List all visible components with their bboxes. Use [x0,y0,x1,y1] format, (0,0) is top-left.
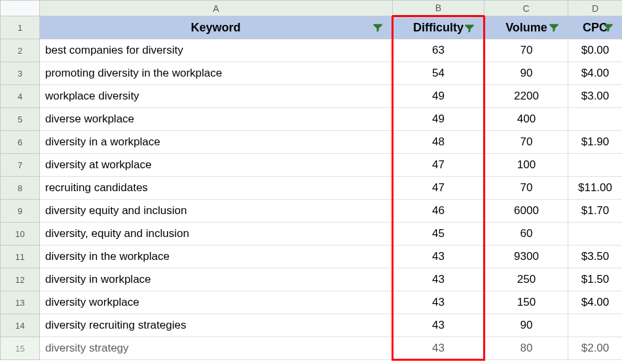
table-row: 4 workplace diversity 49 2200 $3.00 [1,85,623,108]
cell-cpc[interactable]: $4.00 [568,291,623,314]
cell-difficulty[interactable]: 43 [393,246,485,268]
header-cpc[interactable]: CPC [568,16,623,39]
cell-difficulty[interactable]: 49 [393,108,485,131]
filter-icon[interactable] [372,22,384,33]
cell-cpc[interactable]: $4.00 [568,62,623,85]
cell-volume[interactable]: 400 [485,108,568,131]
cell-difficulty[interactable]: 46 [393,200,485,223]
cell-difficulty[interactable]: 43 [393,291,485,314]
cell-difficulty[interactable]: 45 [393,223,485,246]
cell-difficulty[interactable]: 47 [393,177,485,200]
cell-difficulty[interactable]: 48 [393,131,485,154]
cell-difficulty[interactable]: 49 [393,85,485,108]
cell-difficulty[interactable]: 63 [393,39,485,62]
row-header[interactable]: 6 [1,131,40,154]
cell-keyword[interactable]: diversity in workplace [40,268,393,291]
header-keyword[interactable]: Keyword [40,16,393,39]
row-header[interactable]: 13 [1,291,40,314]
table-row: 14 diversity recruiting strategies 43 90 [1,314,623,337]
cell-volume[interactable]: 70 [485,39,568,62]
cell-cpc[interactable]: $1.70 [568,200,623,223]
cell-volume[interactable]: 2200 [485,85,568,108]
row-header[interactable]: 10 [1,223,40,246]
cell-keyword[interactable]: recruiting candidates [40,177,393,200]
cell-keyword[interactable]: diversity, equity and inclusion [40,223,393,246]
row-header-1[interactable]: 1 [1,16,40,39]
cell-cpc[interactable] [568,223,623,246]
row-header[interactable]: 9 [1,200,40,223]
cell-difficulty[interactable]: 54 [393,62,485,85]
corner-cell[interactable] [1,1,40,16]
cell-cpc[interactable]: $3.50 [568,246,623,268]
cell-keyword[interactable]: diversity at workplace [40,154,393,177]
table-row: 13 diversity workplace 43 150 $4.00 [1,291,623,314]
cell-keyword[interactable]: diversity in a workplace [40,131,393,154]
row-header[interactable]: 15 [1,337,40,360]
cell-keyword[interactable]: diversity strategy [40,337,393,360]
row-header[interactable]: 14 [1,314,40,337]
cell-volume[interactable]: 6000 [485,200,568,223]
header-keyword-label: Keyword [191,21,240,35]
table-row: 3 promoting diversity in the workplace 5… [1,62,623,85]
cell-volume[interactable]: 90 [485,62,568,85]
cell-volume[interactable]: 150 [485,291,568,314]
cell-volume[interactable]: 70 [485,131,568,154]
cell-keyword[interactable]: best companies for diversity [40,39,393,62]
cell-cpc[interactable]: $2.00 [568,337,623,360]
cell-cpc[interactable] [568,154,623,177]
cell-keyword[interactable]: diversity equity and inclusion [40,200,393,223]
table-row: 8 recruiting candidates 47 70 $11.00 [1,177,623,200]
cell-cpc[interactable]: $1.90 [568,131,623,154]
cell-volume[interactable]: 250 [485,268,568,291]
cell-cpc[interactable] [568,314,623,337]
row-header[interactable]: 5 [1,108,40,131]
cell-keyword[interactable]: diverse workplace [40,108,393,131]
header-volume[interactable]: Volume [485,16,568,39]
row-header[interactable]: 2 [1,39,40,62]
header-difficulty-label: Difficulty [413,21,464,35]
cell-cpc[interactable]: $11.00 [568,177,623,200]
header-volume-label: Volume [505,21,547,35]
row-header[interactable]: 12 [1,268,40,291]
table-row: 10 diversity, equity and inclusion 45 60 [1,223,623,246]
col-header-b[interactable]: B [393,1,485,16]
cell-difficulty[interactable]: 43 [393,268,485,291]
cell-difficulty[interactable]: 47 [393,154,485,177]
filter-icon[interactable] [464,22,475,34]
table-row: 6 diversity in a workplace 48 70 $1.90 [1,131,623,154]
table-row: 5 diverse workplace 49 400 [1,108,623,131]
row-header[interactable]: 3 [1,62,40,85]
cell-difficulty[interactable]: 43 [393,314,485,337]
cell-volume[interactable]: 90 [485,314,568,337]
cell-difficulty[interactable]: 43 [393,337,485,360]
cell-cpc[interactable]: $0.00 [568,39,623,62]
cell-volume[interactable]: 100 [485,154,568,177]
col-header-c[interactable]: C [485,1,568,16]
cell-cpc[interactable]: $3.00 [568,85,623,108]
filter-icon[interactable] [602,22,614,33]
table-row: 11 diversity in the workplace 43 9300 $3… [1,246,623,268]
row-header[interactable]: 7 [1,154,40,177]
cell-cpc[interactable]: $1.50 [568,268,623,291]
filter-icon[interactable] [548,22,560,33]
row-header[interactable]: 11 [1,246,40,268]
header-difficulty[interactable]: Difficulty [393,16,485,39]
cell-volume[interactable]: 60 [485,223,568,246]
cell-volume[interactable]: 9300 [485,246,568,268]
cell-keyword[interactable]: diversity recruiting strategies [40,314,393,337]
cell-keyword[interactable]: workplace diversity [40,85,393,108]
column-letter-row: A B C D [1,1,623,16]
col-header-d[interactable]: D [568,1,623,16]
spreadsheet-grid[interactable]: A B C D 1 Keyword Difficulty Vol [0,0,622,361]
cell-keyword[interactable]: diversity in the workplace [40,246,393,268]
row-header[interactable]: 4 [1,85,40,108]
cell-volume[interactable]: 70 [485,177,568,200]
table-row: 2 best companies for diversity 63 70 $0.… [1,39,623,62]
cell-cpc[interactable] [568,108,623,131]
col-header-a[interactable]: A [40,1,393,16]
cell-keyword[interactable]: promoting diversity in the workplace [40,62,393,85]
table-row: 12 diversity in workplace 43 250 $1.50 [1,268,623,291]
cell-keyword[interactable]: diversity workplace [40,291,393,314]
row-header[interactable]: 8 [1,177,40,200]
cell-volume[interactable]: 80 [485,337,568,360]
